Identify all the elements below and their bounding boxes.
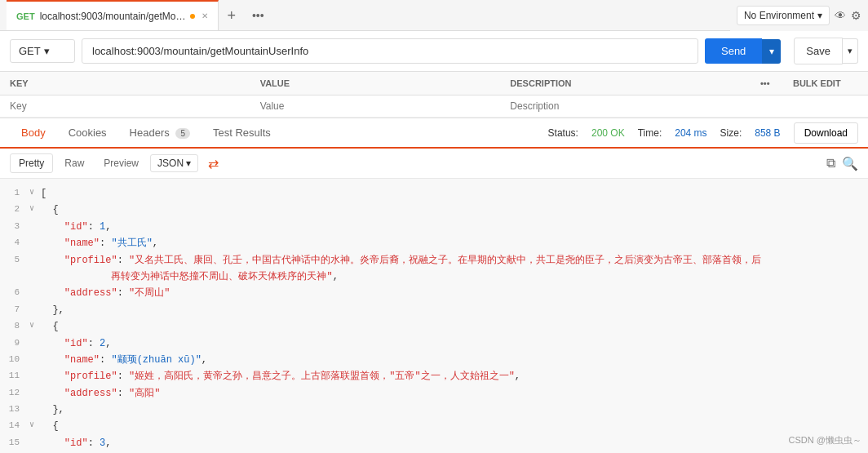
params-row (0, 95, 868, 118)
more-options[interactable]: ••• (760, 78, 793, 88)
json-line: 15 "id": 3, (0, 435, 868, 451)
env-bar: No Environment ▾ 👁 ⚙ (730, 0, 868, 31)
status-bar: Status: 200 OK Time: 204 ms Size: 858 B … (548, 122, 858, 144)
value-column-header: VALUE (260, 78, 511, 88)
format-label: JSON (157, 158, 184, 169)
format-selector[interactable]: JSON ▾ (150, 154, 198, 172)
send-group: Send ▾ (705, 38, 781, 64)
status-value: 200 OK (591, 127, 625, 139)
description-column-header: DESCRIPTION (510, 78, 760, 88)
request-tab[interactable]: GET localhost:9003/mountain/getMo… ✕ (7, 0, 219, 30)
environment-selector[interactable]: No Environment ▾ (737, 6, 830, 25)
unsaved-dot (190, 14, 195, 19)
json-line: 6 "address": "不周山" (0, 285, 868, 301)
eye-icon[interactable]: 👁 (835, 9, 846, 22)
response-tabs: Body Cookies Headers 5 Test Results Stat… (0, 118, 868, 149)
url-input[interactable] (82, 38, 698, 64)
key-column-header: KEY (10, 78, 260, 88)
json-line: 4 "name": "共工氏", (0, 235, 868, 251)
time-value: 204 ms (675, 127, 706, 139)
status-label-text: Status: (548, 127, 578, 139)
time-label-text: Time: (638, 127, 662, 139)
json-line: 9 "id": 2, (0, 335, 868, 352)
viewer-tabs: Pretty Raw Preview JSON ▾ ⇄ ⧉ 🔍 (0, 149, 868, 179)
json-line: 11 "profile": "姬姓，高阳氏，黄帝之孙，昌意之子。上古部落联盟首领… (0, 368, 868, 384)
json-line: 12 "address": "高阳" (0, 385, 868, 402)
size-value: 858 B (755, 127, 780, 139)
env-dropdown-icon: ▾ (817, 10, 822, 21)
toolbar-icons: ⧉ 🔍 (826, 156, 858, 171)
new-tab-button[interactable]: + (219, 0, 244, 31)
save-group: Save ▾ (794, 38, 858, 64)
method-label: GET (19, 45, 41, 57)
search-icon[interactable]: 🔍 (842, 156, 858, 171)
method-selector[interactable]: GET ▾ (10, 39, 75, 63)
send-dropdown-button[interactable]: ▾ (762, 39, 781, 64)
tab-test-results[interactable]: Test Results (202, 118, 282, 149)
json-line: 7 }, (0, 302, 868, 318)
tab-close-button[interactable]: ✕ (202, 11, 208, 20)
tab-method-badge: GET (16, 11, 35, 21)
bulk-edit-button[interactable]: Bulk Edit (793, 78, 858, 88)
key-input[interactable] (10, 100, 260, 112)
save-dropdown-button[interactable]: ▾ (843, 38, 858, 64)
params-table: KEY VALUE DESCRIPTION ••• Bulk Edit (0, 72, 868, 118)
json-line: 2 ∨ { (0, 202, 868, 218)
tab-headers[interactable]: Headers 5 (118, 118, 202, 149)
description-input[interactable] (510, 100, 760, 112)
download-button[interactable]: Download (794, 122, 858, 144)
tab-url-label: localhost:9003/mountain/getMo… (40, 11, 186, 22)
env-label: No Environment (744, 10, 814, 21)
wrap-icon[interactable]: ⇄ (208, 156, 219, 171)
json-line: 13 }, (0, 402, 868, 418)
json-line: 5 "profile": "又名共工氏、康回、孔壬，中国古代神话中的水神。炎帝后… (0, 252, 868, 269)
method-dropdown-icon: ▾ (44, 45, 50, 57)
more-tabs-button[interactable]: ••• (244, 0, 272, 31)
watermark: CSDN @懒虫虫～ (789, 434, 861, 446)
send-button[interactable]: Send (705, 38, 762, 64)
size-label-text: Size: (720, 127, 742, 139)
raw-tab[interactable]: Raw (56, 154, 92, 172)
json-body: 1 ∨ [ 2 ∨ { 3 "id": 1, 4 "name": "共工氏", … (0, 179, 868, 453)
json-line: 再转变为神话中怒撞不周山、破坏天体秩序的天神", (0, 269, 868, 285)
pretty-tab[interactable]: Pretty (10, 153, 53, 173)
copy-icon[interactable]: ⧉ (826, 156, 835, 171)
json-line: 1 ∨ [ (0, 185, 868, 202)
json-line: 8 ∨ { (0, 318, 868, 335)
value-input[interactable] (260, 100, 511, 112)
preview-tab[interactable]: Preview (95, 154, 147, 172)
tab-cookies[interactable]: Cookies (57, 118, 118, 149)
json-line: 3 "id": 1, (0, 219, 868, 235)
params-header: KEY VALUE DESCRIPTION ••• Bulk Edit (0, 72, 868, 95)
save-button[interactable]: Save (794, 38, 843, 64)
url-bar: GET ▾ Send ▾ Save ▾ (0, 31, 868, 72)
json-line: 10 "name": "颛顼(zhuān xū)", (0, 352, 868, 368)
headers-badge: 5 (175, 128, 190, 139)
tab-body[interactable]: Body (10, 118, 57, 149)
settings-icon[interactable]: ⚙ (851, 9, 861, 22)
json-line: 14 ∨ { (0, 418, 868, 434)
format-dropdown-icon: ▾ (186, 158, 191, 169)
